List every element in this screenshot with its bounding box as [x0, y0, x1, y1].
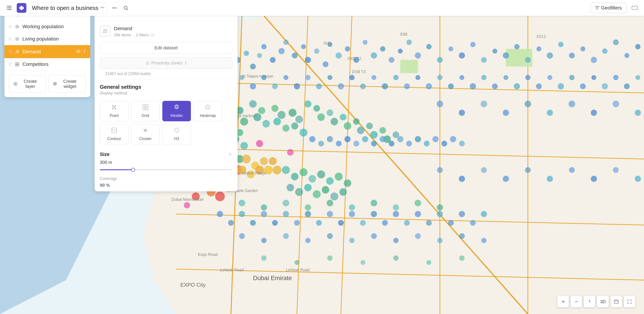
- project-title-box[interactable]: Where to open a business: [29, 3, 107, 14]
- method-grid-button[interactable]: Grid: [131, 101, 160, 121]
- layer-more-button[interactable]: [83, 48, 86, 55]
- topbar-right: Geofilters: [590, 3, 640, 13]
- method-point-button[interactable]: Point: [100, 101, 128, 121]
- compass-icon: [587, 299, 592, 304]
- svg-point-66: [591, 57, 597, 63]
- size-slider[interactable]: [100, 168, 232, 172]
- layer-item-competitors[interactable]: Competitors: [4, 58, 90, 71]
- drag-handle[interactable]: [9, 51, 12, 53]
- slider-fill: [100, 169, 133, 170]
- svg-point-84: [338, 83, 344, 89]
- zoom-out-button[interactable]: −: [570, 296, 582, 307]
- svg-point-233: [335, 173, 343, 181]
- svg-point-201: [283, 211, 289, 217]
- svg-point-37: [305, 57, 311, 63]
- svg-point-67: [602, 49, 608, 54]
- share-button[interactable]: [610, 296, 622, 307]
- three-d-button[interactable]: 3D: [597, 296, 609, 307]
- hexbin-label: Hexbin: [170, 113, 183, 118]
- svg-point-200: [272, 220, 278, 226]
- svg-point-109: [613, 75, 618, 80]
- method-cluster-button[interactable]: Cluster: [131, 124, 160, 144]
- slider-thumb[interactable]: [131, 168, 135, 172]
- svg-point-30: [257, 53, 262, 58]
- svg-point-83: [328, 75, 332, 80]
- svg-point-90: [404, 84, 410, 89]
- svg-point-45: [371, 52, 377, 59]
- fullscreen-button[interactable]: [624, 296, 635, 307]
- svg-point-239: [322, 186, 329, 194]
- geofilters-button[interactable]: Geofilters: [590, 3, 626, 13]
- svg-point-338: [147, 63, 148, 63]
- compass-button[interactable]: [584, 296, 595, 307]
- layer-item-working-population[interactable]: Working population: [4, 21, 90, 33]
- svg-rect-329: [54, 82, 55, 84]
- app-logo: [17, 3, 26, 13]
- svg-point-255: [503, 176, 509, 182]
- search-button[interactable]: [122, 4, 130, 12]
- svg-point-107: [592, 75, 596, 80]
- svg-point-186: [389, 141, 394, 146]
- svg-point-281: [437, 238, 442, 243]
- svg-rect-331: [54, 84, 55, 85]
- svg-point-228: [291, 173, 298, 180]
- menu-button[interactable]: [4, 3, 14, 13]
- method-heatmap-button[interactable]: Heatmap: [194, 101, 222, 121]
- svg-point-168: [340, 114, 346, 120]
- svg-point-204: [316, 220, 322, 226]
- layer-item-demand[interactable]: Demand: [4, 45, 90, 58]
- svg-point-102: [536, 84, 542, 89]
- layer-visibility-button[interactable]: [75, 48, 82, 55]
- svg-point-50: [415, 52, 421, 59]
- size-collapse-icon[interactable]: [228, 152, 232, 156]
- hexbin-icon: [174, 104, 180, 112]
- create-widget-button[interactable]: Create widget: [48, 75, 86, 93]
- zoom-in-icon: +: [562, 298, 564, 305]
- layer-name: Working population: [22, 24, 86, 30]
- svg-point-212: [404, 220, 410, 226]
- edit-dataset-button[interactable]: Edit dataset: [100, 42, 232, 54]
- zoom-in-button[interactable]: +: [557, 296, 569, 307]
- svg-point-57: [492, 49, 497, 54]
- svg-point-285: [294, 260, 299, 265]
- svg-rect-323: [18, 63, 19, 64]
- svg-point-215: [437, 211, 443, 217]
- svg-point-205: [327, 211, 333, 217]
- drag-handle[interactable]: [9, 38, 12, 40]
- cluster-label: Cluster: [139, 137, 152, 141]
- svg-point-129: [282, 125, 290, 132]
- svg-point-231: [317, 170, 325, 178]
- layer-name: Living population: [22, 36, 86, 42]
- layer-name: Demand: [22, 49, 73, 55]
- svg-point-238: [313, 190, 321, 198]
- svg-point-288: [393, 255, 398, 261]
- svg-rect-18: [400, 60, 418, 73]
- svg-point-59: [514, 44, 520, 49]
- method-contour-button[interactable]: Contour: [100, 124, 128, 144]
- svg-point-7: [114, 8, 115, 9]
- svg-point-242: [436, 101, 443, 107]
- create-layer-button[interactable]: Create layer: [9, 75, 46, 93]
- info-icon[interactable]: ⓘ: [151, 33, 154, 37]
- svg-point-155: [273, 166, 282, 174]
- layer-item-living-population[interactable]: Living population: [4, 33, 90, 45]
- svg-point-248: [568, 101, 575, 107]
- svg-point-65: [580, 47, 585, 51]
- svg-rect-347: [146, 108, 148, 110]
- svg-line-10: [127, 9, 128, 10]
- proximity-zones-button[interactable]: Proximity zones !: [100, 57, 232, 69]
- svg-text:Expo Road: Expo Road: [198, 252, 218, 257]
- svg-point-79: [284, 75, 288, 80]
- svg-text:Dubai Emirate: Dubai Emirate: [253, 274, 292, 281]
- svg-point-123: [258, 107, 265, 114]
- more-options-button[interactable]: [110, 4, 119, 12]
- method-hexbin-button[interactable]: Hexbin: [162, 101, 191, 121]
- drag-handle[interactable]: [9, 25, 12, 28]
- method-h3-button[interactable]: H3: [162, 124, 191, 144]
- svg-rect-344: [143, 105, 145, 107]
- svg-point-172: [366, 123, 373, 129]
- grid-icon: [142, 104, 148, 112]
- map-view-button[interactable]: [630, 3, 640, 13]
- drag-handle[interactable]: [9, 63, 12, 66]
- svg-point-64: [569, 53, 575, 58]
